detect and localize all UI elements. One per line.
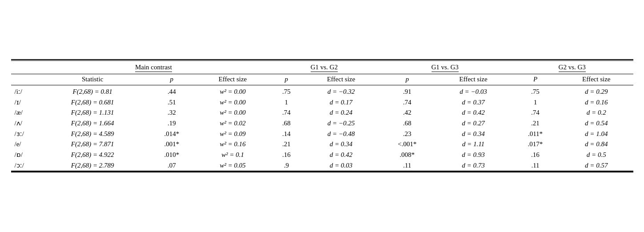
row-label: /ɒ/ <box>11 149 38 160</box>
subheader-row: Statistic p Effect size p Effect size p … <box>11 74 633 85</box>
p3-cell: .68 <box>379 118 436 128</box>
p4-cell: .21 <box>511 118 560 128</box>
stat-cell: F(2,68) = 2.789 <box>38 160 148 171</box>
effect4-cell: d = 1.04 <box>560 128 633 139</box>
p1-cell: .51 <box>148 97 196 108</box>
effect1-cell: w² = 0.1 <box>196 149 269 160</box>
main-contrast-header: Main contrast <box>38 62 270 74</box>
p3-cell: .23 <box>379 128 436 139</box>
p2-cell: .14 <box>269 128 303 139</box>
subheader-statistic: Statistic <box>38 74 148 85</box>
effect3-cell: d = 0.27 <box>436 118 511 128</box>
p1-cell: .010* <box>148 149 196 160</box>
subheader-effect2: Effect size <box>303 74 379 85</box>
table-row: /ɒ/F(2,68) = 4.922.010*w² = 0.1.16d = 0.… <box>11 149 633 160</box>
effect4-cell: d = 0.54 <box>560 118 633 128</box>
effect4-cell: d = 0.16 <box>560 97 633 108</box>
stat-cell: F(2,68) = 1.664 <box>38 118 148 128</box>
row-label: /e/ <box>11 139 38 149</box>
table-row: /iː/F(2,68) = 0.81.44w² = 0.00.75d = −0.… <box>11 85 633 97</box>
p3-cell: <.001* <box>379 139 436 149</box>
stat-cell: F(2,68) = 0.681 <box>38 97 148 108</box>
effect3-cell: d = 0.42 <box>436 108 511 118</box>
g1-g2-header: G1 vs. G2 <box>269 62 379 74</box>
p3-cell: .91 <box>379 85 436 97</box>
p3-cell: .42 <box>379 108 436 118</box>
effect3-cell: d = 0.73 <box>436 160 511 171</box>
subheader-empty <box>11 74 38 85</box>
row-label: /æ/ <box>11 108 38 118</box>
subheader-p2: p <box>269 74 303 85</box>
p4-cell: .16 <box>511 149 560 160</box>
table-row: /e/F(2,68) = 7.871.001*w² = 0.16.21d = 0… <box>11 139 633 149</box>
table-row: /ɜː/F(2,68) = 4.589.014*w² = 0.09.14d = … <box>11 128 633 139</box>
effect1-cell: w² = 0.05 <box>196 160 269 171</box>
stat-cell: F(2,68) = 7.871 <box>38 139 148 149</box>
row-label: /ɪ/ <box>11 97 38 108</box>
empty-header <box>11 62 38 74</box>
p2-cell: .21 <box>269 139 303 149</box>
effect1-cell: w² = 0.00 <box>196 97 269 108</box>
row-label: /ʌ/ <box>11 118 38 128</box>
effect1-cell: w² = 0.16 <box>196 139 269 149</box>
effect1-cell: w² = 0.02 <box>196 118 269 128</box>
effect4-cell: d = 0.84 <box>560 139 633 149</box>
effect4-cell: d = 0.2 <box>560 108 633 118</box>
statistics-table: Main contrast G1 vs. G2 G1 vs. G3 G2 vs.… <box>11 59 633 173</box>
table-row: /ʌ/F(2,68) = 1.664.19w² = 0.02.68d = −0.… <box>11 118 633 128</box>
stat-cell: F(2,68) = 1.131 <box>38 108 148 118</box>
g2-g3-header: G2 vs. G3 <box>511 62 633 74</box>
bottom-border-row2 <box>11 172 633 173</box>
p4-cell: 1 <box>511 97 560 108</box>
effect4-cell: d = 0.5 <box>560 149 633 160</box>
effect1-cell: w² = 0.00 <box>196 85 269 97</box>
effect3-cell: d = 0.34 <box>436 128 511 139</box>
p1-cell: .44 <box>148 85 196 97</box>
stat-cell: F(2,68) = 4.589 <box>38 128 148 139</box>
effect3-cell: d = 0.37 <box>436 97 511 108</box>
subheader-effect4: Effect size <box>560 74 633 85</box>
table-row: /ɪ/F(2,68) = 0.681.51w² = 0.001d = 0.17.… <box>11 97 633 108</box>
effect4-cell: d = 0.29 <box>560 85 633 97</box>
subheader-p4: P <box>511 74 560 85</box>
p2-cell: .16 <box>269 149 303 160</box>
subheader-p3: p <box>379 74 436 85</box>
p1-cell: .32 <box>148 108 196 118</box>
table-row: /ɔː/F(2,68) = 2.789.07w² = 0.05.9d = 0.0… <box>11 160 633 171</box>
p1-cell: .014* <box>148 128 196 139</box>
p4-cell: .017* <box>511 139 560 149</box>
subheader-effect1: Effect size <box>196 74 269 85</box>
effect2-cell: d = 0.42 <box>303 149 379 160</box>
effect3-cell: d = 0.93 <box>436 149 511 160</box>
effect2-cell: d = 0.24 <box>303 108 379 118</box>
p4-cell: .11 <box>511 160 560 171</box>
p2-cell: .9 <box>269 160 303 171</box>
p3-cell: .008* <box>379 149 436 160</box>
p1-cell: .001* <box>148 139 196 149</box>
subheader-effect3: Effect size <box>436 74 511 85</box>
effect2-cell: d = 0.34 <box>303 139 379 149</box>
p2-cell: .68 <box>269 118 303 128</box>
effect3-cell: d = −0.03 <box>436 85 511 97</box>
p3-cell: .74 <box>379 97 436 108</box>
effect2-cell: d = −0.32 <box>303 85 379 97</box>
group-header-row: Main contrast G1 vs. G2 G1 vs. G3 G2 vs.… <box>11 62 633 74</box>
effect2-cell: d = 0.17 <box>303 97 379 108</box>
table-row: /æ/F(2,68) = 1.131.32w² = 0.00.74d = 0.2… <box>11 108 633 118</box>
p3-cell: .11 <box>379 160 436 171</box>
p1-cell: .07 <box>148 160 196 171</box>
row-label: /ɜː/ <box>11 128 38 139</box>
effect2-cell: d = −0.48 <box>303 128 379 139</box>
p2-cell: 1 <box>269 97 303 108</box>
p4-cell: .74 <box>511 108 560 118</box>
effect3-cell: d = 1.11 <box>436 139 511 149</box>
p2-cell: .75 <box>269 85 303 97</box>
subheader-p1: p <box>148 74 196 85</box>
row-label: /iː/ <box>11 85 38 97</box>
g1-g3-header: G1 vs. G3 <box>379 62 511 74</box>
stat-cell: F(2,68) = 4.922 <box>38 149 148 160</box>
table-wrapper: Main contrast G1 vs. G2 G1 vs. G3 G2 vs.… <box>11 59 633 173</box>
effect4-cell: d = 0.57 <box>560 160 633 171</box>
effect1-cell: w² = 0.00 <box>196 108 269 118</box>
p1-cell: .19 <box>148 118 196 128</box>
